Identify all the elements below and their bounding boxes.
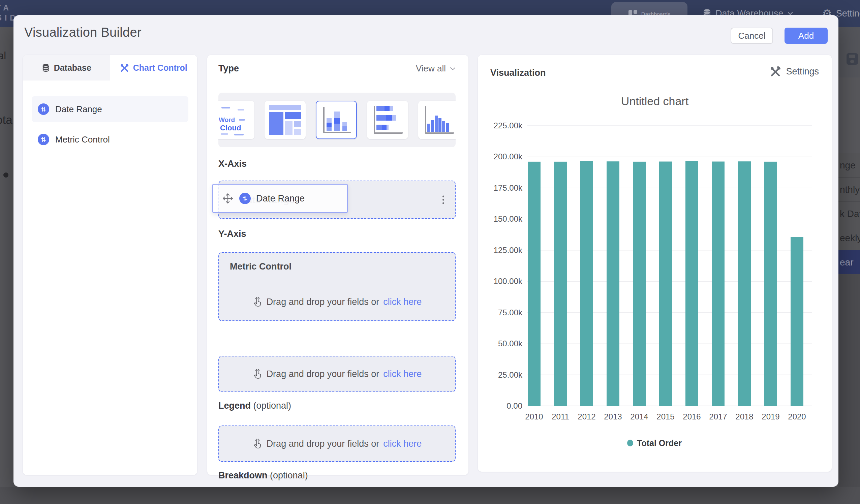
click-here-link[interactable]: click here xyxy=(383,297,421,307)
nav-label: Settings xyxy=(836,9,860,19)
drop-hint-text: Drag and drop your fields or xyxy=(267,438,379,449)
tap-hand-icon xyxy=(253,297,262,307)
y-tick-label: 0.00 xyxy=(506,401,522,411)
field-label: Date Range xyxy=(55,104,102,115)
fields-tabs: Database Chart Control xyxy=(23,55,197,81)
bar-2016 xyxy=(685,161,698,406)
x-tick-label: 2020 xyxy=(788,412,806,421)
x-tick-label: 2015 xyxy=(657,412,674,421)
modal-title: Visualization Builder xyxy=(24,25,142,40)
legend-heading: Legend (optional) xyxy=(218,401,291,411)
y-axis-heading: Y-Axis xyxy=(218,229,246,239)
x-tick-label: 2011 xyxy=(551,412,569,421)
drop-hint-text: Drag and drop your fields or xyxy=(267,297,379,307)
x-tick-label: 2013 xyxy=(604,412,622,421)
save-icon-slot xyxy=(849,55,855,58)
click-here-link[interactable]: click here xyxy=(383,438,421,449)
dropdown-item-selected[interactable]: ear xyxy=(838,250,860,275)
field-item-metric-control[interactable]: Metric Control xyxy=(32,126,188,153)
tab-chart-control[interactable]: Chart Control xyxy=(110,55,198,81)
tab-database[interactable]: Database xyxy=(23,55,110,81)
chart-type-word-cloud[interactable]: Word Cloud xyxy=(218,101,255,139)
bar-2017 xyxy=(712,161,725,406)
builder-panel: Type View all Word Cloud xyxy=(207,55,469,475)
bar-2013 xyxy=(606,161,619,406)
kebab-menu-icon[interactable] xyxy=(441,194,446,206)
field-item-date-range[interactable]: Date Range xyxy=(32,96,188,122)
move-icon xyxy=(222,192,234,204)
save-icon[interactable] xyxy=(847,53,858,65)
chart-type-horizontal-bar[interactable] xyxy=(367,101,408,139)
x-tick-label: 2012 xyxy=(578,412,596,421)
bar-2010 xyxy=(528,162,541,406)
legend-optional-label: (optional) xyxy=(254,401,291,411)
app-logo-line1: ATA xyxy=(0,3,35,13)
breakdown-optional-label: (optional) xyxy=(270,470,308,480)
field-label: Metric Control xyxy=(55,134,110,145)
type-heading: Type xyxy=(218,63,239,74)
y-tick-label: 175.00k xyxy=(494,183,523,192)
y-tick-label: 225.00k xyxy=(494,121,523,130)
click-here-link[interactable]: click here xyxy=(383,369,421,379)
control-icon xyxy=(38,134,49,145)
background-bullet xyxy=(3,172,9,177)
breakdown-heading-label: Breakdown xyxy=(218,470,268,480)
dragged-field-chip[interactable]: Date Range xyxy=(212,184,348,213)
visualization-panel: Visualization Settings Untitled chart 0.… xyxy=(478,55,832,472)
background-text-fragment: al xyxy=(0,50,6,62)
bar-2014 xyxy=(633,162,646,406)
bar-2018 xyxy=(738,161,751,406)
chevron-down-icon xyxy=(450,67,456,70)
cancel-button[interactable]: Cancel xyxy=(731,28,773,44)
drop-hint-text: Drag and drop your fields or xyxy=(267,369,379,379)
breakdown-dropzone[interactable]: Drag and drop your fields or click here xyxy=(218,426,456,462)
dropdown-item[interactable]: nge xyxy=(838,153,860,177)
x-tick-label: 2010 xyxy=(525,412,543,421)
save-icon-disc xyxy=(850,60,854,63)
tab-label: Chart Control xyxy=(133,63,187,73)
chart-type-column[interactable] xyxy=(316,101,357,139)
legend-marker xyxy=(627,440,633,446)
tab-label: Database xyxy=(54,63,91,73)
bar-chart: 0.0025.00k50.00k75.00k100.00k125.00k150.… xyxy=(478,55,832,472)
bar-2020 xyxy=(791,237,803,406)
word-cloud-text: Word xyxy=(219,116,235,124)
x-tick-label: 2019 xyxy=(762,412,779,421)
y-tick-label: 125.00k xyxy=(494,246,523,255)
dropdown-item[interactable]: eekly xyxy=(838,226,860,250)
control-icon xyxy=(38,103,49,115)
background-bottom xyxy=(0,487,860,504)
dropdown-item[interactable]: k Date xyxy=(838,202,860,226)
y-tick-label: 50.00k xyxy=(498,339,523,348)
background-text-fragment: ota xyxy=(0,113,13,127)
legend-dropzone[interactable]: Drag and drop your fields or click here xyxy=(218,356,456,392)
tap-hand-icon xyxy=(253,438,262,449)
bar-2015 xyxy=(659,161,672,406)
y-tick-label: 100.00k xyxy=(494,277,523,286)
visualization-builder-modal: Visualization Builder Cancel Add Databas… xyxy=(13,15,838,487)
add-button[interactable]: Add xyxy=(785,28,828,44)
tap-hand-icon xyxy=(253,369,262,379)
dropdown-item[interactable]: nthly xyxy=(838,177,860,202)
y-axis-dropzone[interactable]: Metric Control Drag and drop your fields… xyxy=(218,252,456,321)
view-all-dropdown[interactable]: View all xyxy=(416,63,456,74)
x-axis-heading: X-Axis xyxy=(218,159,247,169)
legend-heading-label: Legend xyxy=(218,401,251,411)
breakdown-heading: Breakdown (optional) xyxy=(218,470,308,481)
fields-panel: Database Chart Control xyxy=(23,55,197,475)
x-tick-label: 2014 xyxy=(630,412,648,421)
database-icon xyxy=(42,63,50,72)
y-tick-label: 75.00k xyxy=(498,308,523,317)
tools-icon xyxy=(120,63,129,72)
screen: al ota nge nthly k Date eekly ear ATA NS… xyxy=(0,0,860,504)
chip-label: Date Range xyxy=(256,193,305,204)
x-tick-label: 2017 xyxy=(709,412,727,421)
metric-control-label: Metric Control xyxy=(230,261,291,272)
background-panel xyxy=(838,275,860,487)
y-tick-label: 25.00k xyxy=(498,370,523,379)
y-tick-label: 150.00k xyxy=(494,214,523,224)
control-icon xyxy=(239,193,251,204)
chart-type-treemap[interactable] xyxy=(264,101,306,139)
chart-type-histogram[interactable] xyxy=(418,101,456,139)
view-all-label: View all xyxy=(416,63,446,74)
